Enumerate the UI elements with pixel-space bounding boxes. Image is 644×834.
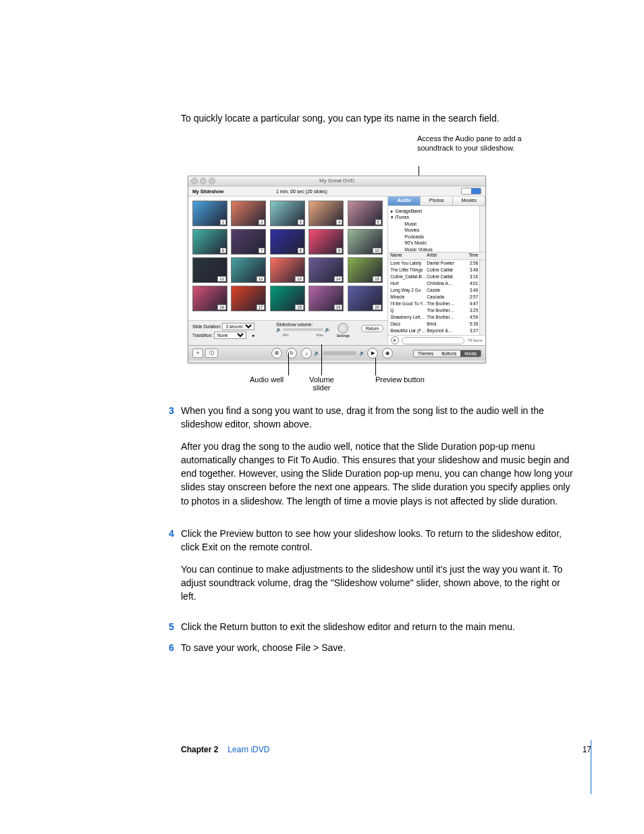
song-row[interactable]: Long Way 2 GoCassie3:40 [388, 287, 485, 294]
slide-thumbnail[interactable]: 7 [231, 229, 266, 255]
song-scrollbar[interactable] [479, 260, 485, 335]
volume-slider[interactable] [283, 328, 323, 331]
intro-text: To quickly locate a particular song, you… [181, 111, 576, 125]
slide-thumbnail[interactable]: 1 [192, 201, 227, 226]
song-name: Long Way 2 Go [388, 287, 427, 294]
item-count: 78 items [467, 338, 483, 342]
song-row[interactable]: HurtChristina A…4:01 [388, 280, 485, 287]
tree-musicvideos[interactable]: Music Videos [391, 246, 483, 253]
main-volume-slider[interactable] [323, 351, 356, 355]
tree-90s[interactable]: 90's Music [391, 240, 483, 246]
settings-button[interactable]: Settings [336, 323, 350, 338]
tree-garageband[interactable]: ▸ GarageBand [391, 208, 483, 214]
slide-thumbnail[interactable]: 19 [308, 286, 344, 311]
media-search-row: 78 items [388, 335, 485, 345]
tab-media[interactable]: Media [460, 350, 481, 357]
col-artist[interactable]: Artist [427, 253, 460, 259]
song-name: I'll Be Good To You [388, 301, 427, 307]
transition-select[interactable]: None [214, 332, 246, 339]
search-input[interactable] [402, 337, 464, 344]
gear-icon [338, 323, 348, 334]
slideshow-name: My Slideshow [192, 189, 223, 194]
song-artist: Cassie [427, 287, 460, 294]
step-number: 6 [169, 641, 174, 654]
col-time[interactable]: Time [460, 253, 482, 259]
slide-thumbnail[interactable]: 11 [192, 257, 227, 283]
source-tree[interactable]: ▸ GarageBand ▾ iTunes Music Movies Podca… [388, 206, 485, 253]
song-row[interactable]: QThe Brother…3:25 [388, 307, 485, 314]
slide-thumbnail[interactable]: 10 [348, 229, 383, 255]
thumbnail-index: 10 [373, 248, 381, 253]
thumbnail-index: 8 [298, 248, 304, 253]
song-artist: Beyoncé &… [427, 328, 460, 334]
slide-thumbnail[interactable]: 16 [192, 286, 227, 311]
tree-scrollbar[interactable] [479, 206, 485, 252]
audio-well[interactable]: ♪ [301, 348, 312, 359]
page-number: 17 [583, 745, 591, 754]
slide-thumbnail[interactable]: 12 [231, 257, 266, 283]
chapter-label: Chapter 2 [181, 745, 218, 754]
media-pane: Audio Photos Movies ▸ GarageBand ▾ iTune… [388, 197, 485, 345]
song-row[interactable]: Colbie_Caillat-B…Colbie Caillat3:16 [388, 273, 485, 280]
tab-movies[interactable]: Movies [453, 197, 485, 205]
tree-itunes[interactable]: ▾ iTunes [391, 214, 483, 220]
slide-thumbnail[interactable]: 9 [308, 229, 344, 255]
slide-thumbnail[interactable]: 6 [192, 229, 227, 255]
slide-thumbnail[interactable]: 4 [308, 201, 344, 226]
thumbnail-index: 2 [259, 219, 265, 225]
col-name[interactable]: Name [388, 253, 427, 259]
song-row[interactable]: Beautiful Liar (Fr…Beyoncé &…3:27 [388, 328, 485, 334]
slide-thumbnail[interactable]: 8 [270, 229, 305, 255]
slide-thumbnail[interactable]: 18 [270, 286, 305, 311]
add-button[interactable]: + [192, 348, 203, 358]
callout-audio-pane: Access the Audio pane to add a soundtrac… [417, 134, 525, 153]
slideshow-controls: Slide Duration: 3 seconds Transition: No… [188, 320, 387, 345]
song-name: Strawberry Lette… [388, 314, 427, 321]
slide-thumbnail[interactable]: 5 [348, 201, 383, 226]
slide-thumbnail[interactable]: 17 [231, 286, 266, 311]
thumbnail-index: 9 [336, 248, 342, 253]
transition-preview-icon[interactable]: ▸ [250, 333, 258, 338]
close-icon[interactable] [191, 178, 198, 184]
song-row[interactable]: The Little ThingsColbie Caillat3:48 [388, 267, 485, 273]
tab-themes[interactable]: Themes [414, 350, 437, 357]
step-4: 4 Click the Preview button to see how yo… [181, 527, 576, 611]
app-window: My Great DVD My Slideshow 1 min, 00 sec … [188, 176, 486, 363]
traffic-lights[interactable] [191, 178, 215, 184]
zoom-icon[interactable] [209, 178, 215, 184]
song-row[interactable]: DazzBrick5:38 [388, 321, 485, 328]
info-button[interactable]: ⓘ [205, 348, 218, 358]
map-button[interactable]: ⊞ [271, 348, 282, 359]
slide-thumbnail[interactable]: 20 [348, 286, 383, 311]
view-list-icon[interactable] [462, 188, 471, 194]
song-row[interactable]: I'll Be Good To YouThe Brother…4:47 [388, 301, 485, 307]
slide-thumbnail[interactable]: 13 [270, 257, 305, 283]
song-row[interactable]: Strawberry Lette…The Brother…4:59 [388, 314, 485, 321]
view-toggle[interactable] [461, 188, 481, 194]
tab-buttons[interactable]: Buttons [437, 350, 460, 357]
slide-thumbnail[interactable]: 2 [231, 201, 266, 226]
song-name: Dazz [388, 321, 427, 328]
return-button[interactable]: Return [361, 325, 384, 332]
slide-duration-select[interactable]: 3 seconds [222, 323, 254, 330]
song-name: Beautiful Liar (Al… [388, 334, 427, 335]
tab-audio[interactable]: Audio [388, 197, 421, 205]
tree-movies[interactable]: Movies [391, 227, 483, 233]
view-grid-icon[interactable] [471, 188, 481, 194]
slide-thumbnail[interactable]: 14 [308, 257, 344, 283]
slide-thumbnail[interactable]: 3 [270, 201, 305, 226]
play-preview-button[interactable] [391, 336, 399, 344]
tab-photos[interactable]: Photos [421, 197, 453, 205]
preview-button[interactable]: ▶ [367, 348, 378, 359]
step-6: 6 To save your work, choose File > Save. [181, 641, 576, 654]
song-row[interactable]: Beautiful Liar (Al…Beyoncé &…3:21 [388, 334, 485, 335]
minimize-icon[interactable] [200, 178, 207, 184]
tree-music[interactable]: Music [391, 221, 483, 227]
thumbnail-index: 20 [373, 305, 381, 310]
tree-podcasts[interactable]: Podcasts [391, 234, 483, 240]
burn-button[interactable]: ◉ [382, 348, 393, 359]
song-row[interactable]: Love You LatelyDaniel Powter2:58 [388, 260, 485, 267]
slide-thumbnail[interactable]: 15 [348, 257, 383, 283]
song-list[interactable]: Love You LatelyDaniel Powter2:58The Litt… [388, 260, 485, 335]
song-row[interactable]: MiracleCascada2:57 [388, 294, 485, 301]
